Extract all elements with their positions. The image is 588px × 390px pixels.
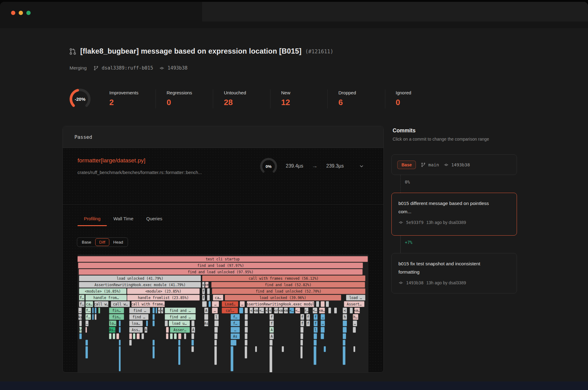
flame-bar[interactable] — [153, 308, 155, 313]
flame-bar[interactable]: <… — [289, 308, 294, 313]
flame-bar[interactable] — [239, 308, 243, 313]
flame-bar[interactable] — [191, 320, 194, 326]
flame-bar[interactable]: fin… — [109, 308, 124, 313]
flame-bar[interactable]: <m… — [319, 308, 325, 313]
flame-bar[interactable]: … — [78, 308, 82, 313]
tab-wall-time[interactable]: Wall Time — [107, 213, 140, 226]
flame-bar[interactable] — [113, 333, 115, 339]
flame-spike[interactable] — [214, 346, 217, 365]
flame-bar[interactable] — [165, 320, 168, 326]
flame-bar[interactable] — [353, 327, 356, 333]
flame-bar[interactable] — [245, 327, 248, 333]
flame-bar[interactable]: < — [343, 308, 347, 313]
flame-bar[interactable]: <module> (16.85%) — [79, 288, 126, 294]
flame-bar[interactable] — [245, 320, 248, 326]
flame-bar[interactable]: AssertionRewritingHook.exec modul… — [247, 301, 314, 307]
flame-bar[interactable] — [245, 333, 247, 339]
flame-bar[interactable]: f… — [231, 320, 240, 326]
flame-bar[interactable] — [141, 333, 144, 339]
flame-bar[interactable]: handle fromlist (23.85%) — [127, 295, 200, 301]
flame-bar[interactable] — [321, 301, 325, 307]
flame-bar[interactable]: As — [204, 320, 208, 326]
tab-profiling[interactable]: Profiling — [77, 213, 107, 226]
flame-spike[interactable] — [85, 346, 88, 358]
flame-bar[interactable] — [178, 340, 181, 346]
flame-bar[interactable] — [343, 327, 346, 333]
flame-bar[interactable]: find … — [129, 308, 150, 313]
flame-bar[interactable] — [79, 320, 82, 326]
flame-bar[interactable] — [116, 333, 119, 339]
flame-bar[interactable]: A — [204, 308, 208, 313]
flame-bar[interactable] — [153, 314, 155, 320]
flame-bar[interactable]: h… — [353, 314, 358, 320]
base-commit-card[interactable]: Base main 1493b38 — [391, 154, 517, 175]
flame-bar[interactable]: f — [300, 314, 304, 320]
flame-spike[interactable] — [324, 346, 326, 352]
flame-bar[interactable]: Load… — [222, 301, 238, 307]
flame-bar[interactable] — [146, 320, 148, 326]
benchmark-name-link[interactable]: formatter[large/dataset.py] — [77, 157, 145, 164]
flame-bar[interactable]: f… — [85, 314, 91, 320]
flame-spike[interactable] — [119, 346, 121, 371]
flame-bar[interactable] — [300, 327, 303, 333]
flame-bar[interactable]: loa… — [129, 320, 143, 326]
flame-bar[interactable]: ca… — [213, 295, 223, 301]
flame-spike[interactable] — [245, 346, 247, 358]
flame-bar[interactable]: < — [250, 308, 253, 313]
flame-bar[interactable] — [95, 314, 96, 320]
flame-bar[interactable]: … — [85, 320, 89, 326]
flame-bar[interactable]: A — [145, 327, 148, 333]
flame-bar[interactable]: find and … — [165, 308, 196, 313]
flame-bar[interactable] — [231, 340, 236, 346]
flame-bar[interactable]: ca… — [85, 301, 93, 307]
flame-bar[interactable] — [204, 314, 208, 320]
flame-bar[interactable]: lo… — [109, 320, 117, 326]
commit-hash[interactable]: 5e933f9 — [406, 220, 424, 225]
flame-bar[interactable]: <m… — [354, 308, 360, 313]
flame-bar[interactable] — [98, 308, 100, 313]
flame-bar[interactable] — [129, 340, 132, 346]
flame-spike[interactable] — [314, 346, 316, 365]
flame-bar[interactable]: f — [202, 288, 205, 294]
flame-bar[interactable] — [119, 327, 121, 333]
flame-bar[interactable]: <… — [259, 308, 264, 313]
flame-spike[interactable] — [178, 346, 181, 365]
flame-bar[interactable] — [153, 320, 155, 326]
flame-bar[interactable]: Assert… — [344, 301, 364, 307]
flame-bar[interactable]: call w… — [111, 301, 130, 307]
flame-bar[interactable]: <m — [279, 308, 283, 313]
flame-bar[interactable]: f — [306, 314, 310, 320]
flame-bar[interactable]: <m — [284, 308, 288, 313]
flame-bar[interactable] — [85, 340, 88, 346]
flame-spike[interactable] — [231, 346, 234, 371]
flame-bar[interactable]: find and load (97.97%) — [78, 263, 363, 268]
flame-bar[interactable]: f — [306, 320, 310, 326]
flame-bar[interactable] — [321, 327, 324, 333]
commit-hash[interactable]: 1493b38 — [406, 280, 424, 285]
flame-bar[interactable] — [174, 333, 177, 339]
flame-bar[interactable]: … — [212, 301, 219, 307]
flame-bar[interactable]: test cli startup — [77, 256, 368, 262]
flame-spike[interactable] — [153, 346, 155, 358]
flame-bar[interactable]: f — [270, 314, 274, 320]
flame-bar[interactable] — [314, 340, 317, 346]
flame-bar[interactable]: < — [161, 308, 164, 313]
flame-bar[interactable]: < — [266, 308, 268, 313]
flame-bar[interactable]: f — [270, 320, 274, 326]
flame-bar[interactable]: … — [321, 314, 325, 320]
flame-bar[interactable]: As… — [109, 327, 116, 333]
flame-bar[interactable]: fin… — [109, 314, 124, 320]
flame-bar[interactable]: f — [202, 295, 205, 301]
flame-bar[interactable] — [166, 327, 169, 333]
flame-bar[interactable]: <module> (23.85%) — [127, 288, 200, 294]
flame-bar[interactable] — [95, 308, 96, 313]
flame-bar[interactable] — [178, 333, 181, 339]
flame-bar[interactable] — [245, 314, 248, 320]
flame-bar[interactable]: A — [270, 333, 274, 339]
flame-bar[interactable]: … — [240, 301, 245, 307]
flame-bar[interactable] — [202, 301, 207, 307]
flame-bar[interactable]: <… — [295, 308, 300, 313]
flame-bar[interactable]: h — [343, 314, 347, 320]
flame-bar[interactable]: l — [314, 327, 317, 333]
flame-bar[interactable]: f — [300, 320, 304, 326]
